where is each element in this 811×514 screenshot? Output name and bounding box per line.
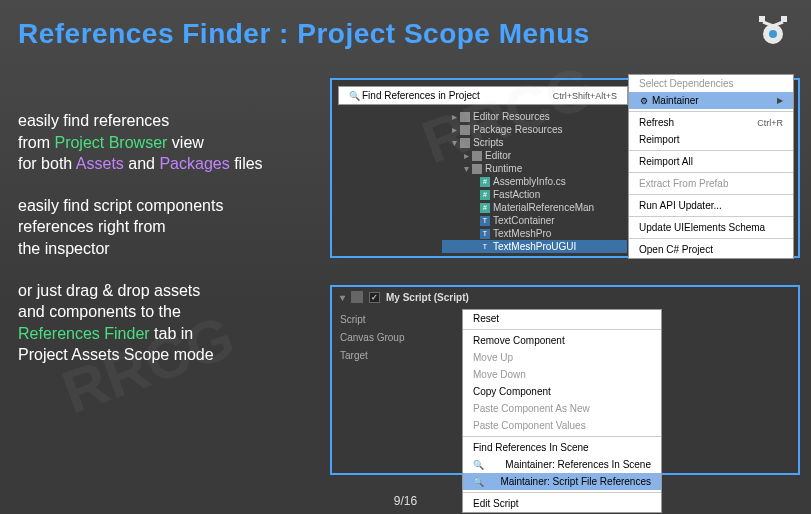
tree-folder[interactable]: ▾Runtime (442, 162, 627, 175)
text: and components to the (18, 303, 181, 320)
menu-find-references[interactable]: 🔍Find References in Project Ctrl+Shift+A… (339, 87, 627, 104)
text: Project Assets Scope mode (18, 346, 214, 363)
search-icon: 🔍 (349, 91, 359, 101)
menu-select-dependencies[interactable]: Select Dependencies (629, 75, 793, 92)
tree-folder[interactable]: ▸Editor (442, 149, 627, 162)
tree-label: TextContainer (493, 215, 555, 226)
text: easily find references (18, 112, 169, 129)
menu-label: Move Down (473, 369, 526, 380)
text: for both (18, 155, 76, 172)
menu-paste-values[interactable]: Paste Component Values (463, 417, 661, 434)
tree-folder[interactable]: ▾Scripts (442, 136, 627, 149)
menu-paste-new[interactable]: Paste Component As New (463, 400, 661, 417)
menu-label: Select Dependencies (639, 78, 734, 89)
script-icon (351, 291, 363, 303)
tree-label: Runtime (485, 163, 522, 174)
folder-icon (460, 138, 470, 148)
description-text: easily find references from Project Brow… (18, 110, 263, 386)
text: references right from (18, 218, 166, 235)
menu-label: Open C# Project (639, 244, 713, 255)
tree-file[interactable]: #AssemblyInfo.cs (442, 175, 627, 188)
csharp-icon: # (480, 203, 490, 213)
tree-label: MaterialReferenceMan (493, 202, 594, 213)
csharp-icon: # (480, 177, 490, 187)
foldout-icon[interactable]: ▾ (340, 292, 345, 303)
folder-icon (460, 112, 470, 122)
menu-extract-prefab[interactable]: Extract From Prefab (629, 175, 793, 192)
search-icon: 🔍 (473, 460, 483, 470)
menu-find-in-scene[interactable]: Find References In Scene (463, 439, 661, 456)
text-highlight: References Finder (18, 325, 150, 342)
tree-folder[interactable]: ▸Editor Resources (442, 110, 627, 123)
menu-maintainer-scene[interactable]: 🔍Maintainer: References In Scene (463, 456, 661, 473)
menu-label: Maintainer: References In Scene (505, 459, 651, 470)
text: from (18, 134, 54, 151)
slide-title: References Finder : Project Scope Menus (0, 0, 811, 50)
menu-copy-component[interactable]: Copy Component (463, 383, 661, 400)
text-icon: T (480, 229, 490, 239)
menu-reimport[interactable]: Reimport (629, 131, 793, 148)
separator (463, 436, 661, 437)
menu-reimport-all[interactable]: Reimport All (629, 153, 793, 170)
separator (629, 172, 793, 173)
menu-reset[interactable]: Reset (463, 310, 661, 327)
tree-file[interactable]: #FastAction (442, 188, 627, 201)
menu-label: Run API Updater... (639, 200, 722, 211)
context-submenu: 🔍Find References in Project Ctrl+Shift+A… (338, 86, 628, 105)
tree-label: TextMeshProUGUI (493, 241, 576, 252)
separator (629, 194, 793, 195)
menu-move-up[interactable]: Move Up (463, 349, 661, 366)
tree-file[interactable]: TTextMeshPro (442, 227, 627, 240)
folder-icon (472, 151, 482, 161)
menu-uielements[interactable]: Update UIElements Schema (629, 219, 793, 236)
text: files (230, 155, 263, 172)
menu-label: Move Up (473, 352, 513, 363)
separator (463, 329, 661, 330)
csharp-icon: # (480, 190, 490, 200)
menu-label: Reset (473, 313, 499, 324)
menu-label: Find References in Project (362, 90, 480, 101)
text: tab in (150, 325, 194, 342)
text: view (167, 134, 203, 151)
context-menu-project: Select Dependencies ⚙Maintainer ▶ Refres… (628, 74, 794, 259)
menu-label: Paste Component As New (473, 403, 590, 414)
svg-point-1 (769, 30, 777, 38)
tree-file[interactable]: TTextContainer (442, 214, 627, 227)
search-icon: 🔍 (473, 477, 483, 487)
project-panel: 🔍Find References in Project Ctrl+Shift+A… (330, 78, 800, 258)
enable-checkbox[interactable]: ✓ (369, 292, 380, 303)
tree-label: Editor Resources (473, 111, 550, 122)
logo-icon (753, 12, 793, 52)
separator (463, 492, 661, 493)
project-tree[interactable]: ▸Editor Resources ▸Package Resources ▾Sc… (442, 108, 627, 255)
menu-maintainer-file[interactable]: 🔍Maintainer: Script File References (463, 473, 661, 490)
tree-folder[interactable]: ▸Package Resources (442, 123, 627, 136)
menu-maintainer[interactable]: ⚙Maintainer ▶ (629, 92, 793, 109)
menu-edit-script[interactable]: Edit Script (463, 495, 661, 512)
menu-open-csproj[interactable]: Open C# Project (629, 241, 793, 258)
folder-icon (472, 164, 482, 174)
tree-file[interactable]: #MaterialReferenceMan (442, 201, 627, 214)
menu-label: Find References In Scene (473, 442, 589, 453)
menu-label: Extract From Prefab (639, 178, 728, 189)
separator (629, 238, 793, 239)
chevron-right-icon: ▶ (777, 96, 783, 105)
context-menu-component: Reset Remove Component Move Up Move Down… (462, 309, 662, 513)
menu-label: Update UIElements Schema (639, 222, 765, 233)
slide: References Finder : Project Scope Menus … (0, 0, 811, 514)
component-header[interactable]: ▾ ✓ My Script (Script) (332, 287, 798, 307)
menu-label: Paste Component Values (473, 420, 586, 431)
menu-label: Maintainer: Script File References (500, 476, 651, 487)
tree-file-selected[interactable]: TTextMeshProUGUI (442, 240, 627, 253)
tree-label: TextMeshPro (493, 228, 551, 239)
text: easily find script components (18, 197, 223, 214)
gear-icon: ⚙ (639, 96, 649, 106)
menu-remove-component[interactable]: Remove Component (463, 332, 661, 349)
menu-move-down[interactable]: Move Down (463, 366, 661, 383)
menu-label: Reimport All (639, 156, 693, 167)
text: or just drag & drop assets (18, 282, 200, 299)
menu-api-updater[interactable]: Run API Updater... (629, 197, 793, 214)
separator (629, 150, 793, 151)
menu-refresh[interactable]: Refresh Ctrl+R (629, 114, 793, 131)
inspector-panel: ▾ ✓ My Script (Script) Script Canvas Gro… (330, 285, 800, 475)
